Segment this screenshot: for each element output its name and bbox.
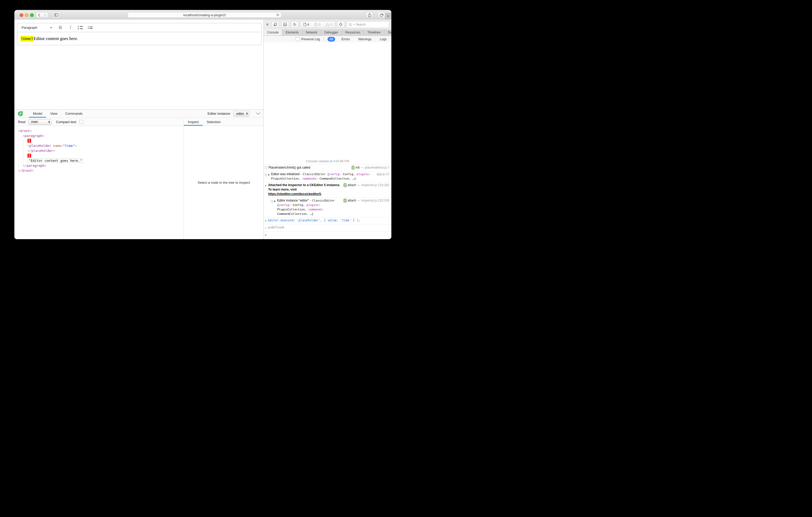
browser-window: localhost/creating-a-plugin2/ ↻ + (14, 10, 392, 239)
svg-text:5: 5 (22, 111, 23, 113)
console-result-row[interactable]: <undefined (264, 224, 392, 231)
address-bar[interactable]: localhost/creating-a-plugin2/ ↻ (128, 12, 282, 18)
share-button[interactable] (366, 12, 373, 18)
tab-inspect[interactable]: Inspect (184, 118, 203, 126)
ckeditor-inspector-panel: 5 ModelViewCommands Editor instance: edi… (14, 109, 263, 239)
element-picker-button[interactable] (337, 21, 345, 28)
console-prompt-row[interactable]: > (264, 231, 392, 239)
tree-node[interactable]: [ (18, 138, 184, 143)
disclosure-expanded-icon[interactable]: ▼ (265, 183, 267, 188)
compact-text-checkbox[interactable] (79, 120, 83, 124)
web-inspector: ✕ ↻ (264, 20, 392, 239)
sidebar-toggle-button[interactable] (53, 12, 60, 18)
tab-overview-button[interactable] (378, 12, 385, 18)
reload-page-button[interactable]: ↻ (291, 21, 299, 28)
close-devtools-button[interactable]: ✕ (266, 22, 269, 27)
console-link[interactable]: https://ckeditor.com/docs/ckeditor5 (268, 192, 321, 196)
function-badge-icon: f (352, 166, 355, 170)
tree-node[interactable]: <paragraph> (18, 133, 184, 138)
placeholder-widget[interactable]: {time} (21, 36, 34, 41)
preserve-log-checkbox[interactable] (296, 37, 299, 41)
tabs-icon (380, 13, 383, 17)
numbered-list-button[interactable]: 1 2 (77, 24, 84, 31)
console-source-location[interactable]: fattach—inspector.js:133:326 (341, 199, 389, 203)
console-log-row[interactable]: PlaceholderUI#init() got calledfinit—pla… (264, 164, 392, 171)
web-page-pane: Paragraph B I 1 2 (14, 20, 264, 239)
tree-node[interactable]: </$root> (18, 168, 184, 173)
console-message-text: Editor was initialized – ClassicEditor {… (271, 172, 374, 181)
editor-instance-select[interactable]: editor (234, 111, 249, 116)
minimize-window-button[interactable] (25, 13, 29, 17)
source-file-link[interactable]: inspector.js:133:326 (361, 199, 389, 203)
zoom-window-button[interactable] (30, 13, 34, 17)
tree-node[interactable]: </paragraph> (18, 163, 184, 168)
forward-button[interactable] (42, 12, 48, 18)
paragraph-dropdown[interactable]: Paragraph (19, 24, 54, 31)
tree-node[interactable]: <placeholder name="time"> (18, 143, 184, 148)
console-source-location[interactable]: app.js:21 (374, 172, 389, 176)
new-tab-button[interactable]: + (385, 13, 392, 20)
error-count[interactable]: 0 (312, 22, 323, 28)
filter-option-all[interactable]: All (327, 37, 335, 41)
log-gutter: ▶ (271, 199, 276, 203)
tree-node[interactable]: "Editor content goes here." (18, 158, 184, 163)
crosshair-icon (339, 23, 343, 26)
resource-count[interactable]: 4 (301, 22, 312, 28)
model-tree[interactable]: <$root><paragraph>[<placeholder name="ti… (14, 126, 184, 239)
tab-selection[interactable]: Selection (203, 118, 225, 126)
inspector-header: 5 ModelViewCommands Editor instance: edi… (14, 110, 263, 118)
bulleted-list-button[interactable] (86, 24, 94, 31)
dock-bottom-button[interactable] (281, 21, 289, 28)
devtools-search-field[interactable]: Search (347, 21, 389, 28)
dock-side-button[interactable] (271, 21, 280, 28)
reload-icon[interactable]: ↻ (276, 13, 280, 17)
devtools-tab-debugger[interactable]: Debugger (321, 29, 342, 35)
inspector-tab-commands[interactable]: Commands (61, 110, 86, 118)
console-source-location[interactable]: fattach—inspector.js:133:182 (341, 183, 389, 187)
root-select[interactable]: main (29, 119, 52, 125)
inspector-body: <$root><paragraph>[<placeholder name="ti… (14, 126, 263, 239)
tree-node[interactable]: </placeholder> (18, 148, 184, 153)
bold-button[interactable]: B (57, 24, 64, 31)
console-message-text: undefined (268, 225, 389, 230)
devtools-tab-console[interactable]: Console (264, 29, 282, 35)
devtools-toolbar: ✕ ↻ (264, 20, 392, 29)
disclosure-collapsed-icon[interactable]: ▶ (274, 199, 276, 203)
close-window-button[interactable] (20, 13, 23, 17)
tree-token: > (32, 169, 34, 173)
tree-node[interactable]: <$root> (18, 128, 184, 133)
console-log-row[interactable]: ▶Editor instance "editor" – ClassicEdito… (264, 197, 392, 217)
devtools-tab-storage[interactable]: Storage (384, 29, 392, 35)
source-file-link[interactable]: placeholderui.js:7 (365, 165, 389, 170)
console-log-row[interactable]: ▶Editor was initialized – ClassicEditor … (264, 171, 392, 182)
filter-option-errors[interactable]: Errors (339, 37, 352, 41)
console-source-location[interactable]: finit—placeholderui.js:7 (349, 165, 389, 170)
inspector-tab-model[interactable]: Model (29, 110, 46, 118)
console-pane[interactable]: Console cleared at 4:53:46 PM Placeholde… (264, 42, 392, 239)
console-text-segment: commands (308, 208, 322, 211)
devtools-tab-elements[interactable]: Elements (282, 29, 302, 35)
italic-button[interactable]: I (66, 24, 74, 31)
source-file-link[interactable]: app.js:21 (376, 172, 389, 176)
indent-guide (18, 134, 19, 170)
console-input-row[interactable]: >editor.execute( 'placeholder', { value:… (264, 217, 392, 224)
back-button[interactable] (36, 12, 42, 18)
filter-option-warnings[interactable]: Warnings (356, 37, 374, 41)
inspector-tab-view[interactable]: View (46, 110, 61, 118)
chevron-down-icon (256, 112, 260, 115)
editor-toolbar: Paragraph B I 1 2 (17, 23, 261, 32)
devtools-tab-network[interactable]: Network (302, 29, 321, 35)
devtools-tab-timelines[interactable]: Timelines (364, 29, 384, 35)
inspect-pane: Select a node in the tree to inspect (184, 126, 263, 239)
warning-count[interactable]: 0 (323, 22, 335, 28)
disclosure-collapsed-icon[interactable]: ▶ (268, 173, 270, 177)
devtools-tab-resources[interactable]: Resources (342, 29, 364, 35)
tree-node[interactable]: ] (18, 153, 184, 158)
preserve-log-toggle[interactable]: Preserve Log (296, 37, 320, 41)
editor-content-area[interactable]: {time} Editor content goes here. (17, 32, 261, 45)
search-placeholder: Search (356, 23, 366, 26)
inspector-collapse-button[interactable] (256, 112, 260, 116)
console-log-row[interactable]: ▼Attached the inspector to a CKEditor 5 … (264, 182, 392, 197)
source-file-link[interactable]: inspector.js:133:182 (361, 183, 389, 187)
filter-option-logs[interactable]: Logs (378, 37, 389, 41)
